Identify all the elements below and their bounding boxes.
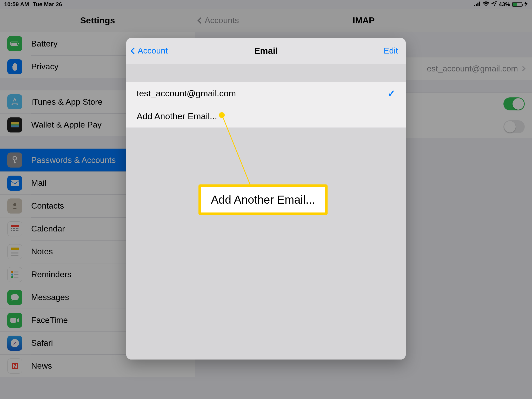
modal-back-label: Account <box>138 46 168 56</box>
email-row-label: test_account@gmail.com <box>137 88 236 98</box>
annotation-text: Add Another Email... <box>211 193 315 206</box>
modal-back-button[interactable]: Account <box>131 46 168 56</box>
email-row[interactable]: test_account@gmail.com ✓ <box>126 82 406 105</box>
modal-edit-button[interactable]: Edit <box>384 46 398 56</box>
annotation-callout: Add Another Email... <box>198 184 328 215</box>
annotation-dot <box>219 112 225 118</box>
add-another-email-row[interactable]: Add Another Email... <box>126 105 406 128</box>
modal-navbar: Account Email Edit <box>126 38 406 64</box>
modal-title: Email <box>254 46 278 56</box>
chevron-left-icon <box>130 48 137 54</box>
checkmark-icon: ✓ <box>388 88 395 99</box>
add-email-label: Add Another Email... <box>137 111 217 121</box>
